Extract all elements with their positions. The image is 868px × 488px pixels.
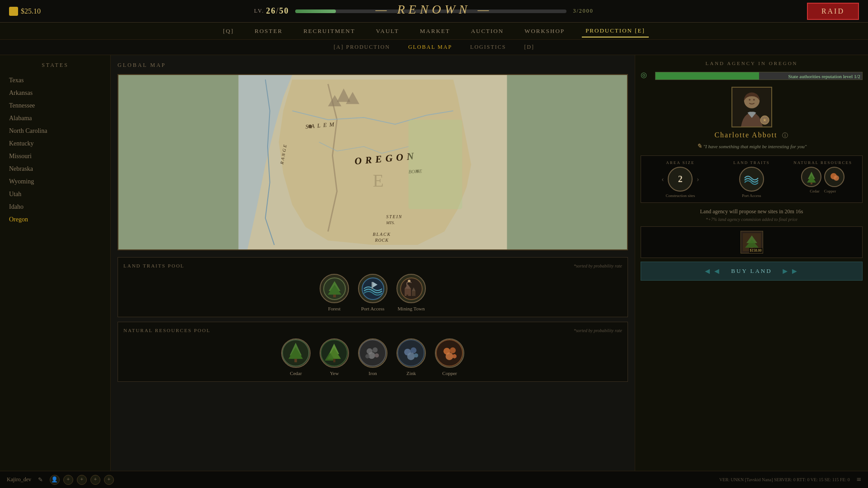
sub-nav-global-map[interactable]: GLOBAL MAP xyxy=(408,44,452,51)
svg-text:★: ★ xyxy=(763,117,767,122)
gold-value: $25.10 xyxy=(21,7,41,15)
resource-yew-icon xyxy=(320,338,349,368)
resource-cedar-label: Cedar xyxy=(290,371,302,376)
center-panel: Global Map SALEM OREGON BOISE xyxy=(111,55,635,488)
bottom-icons: 👤 + + + + xyxy=(50,475,114,485)
land-traits-stat-title: Land Traits xyxy=(733,160,770,165)
svg-text:MTS.: MTS. xyxy=(386,221,395,225)
sidebar-item-idaho[interactable]: Idaho xyxy=(0,201,110,213)
map-svg: SALEM OREGON BOISE RANGE E BLACK ROCK xyxy=(118,75,627,249)
natural-resources-labels: Cedar Copper xyxy=(810,189,836,193)
sidebar-item-utah[interactable]: Utah xyxy=(0,188,110,201)
svg-point-28 xyxy=(408,280,410,282)
sidebar-item-texas[interactable]: Texas xyxy=(0,74,110,87)
area-size-value: 2 xyxy=(678,174,683,184)
nav-item-roster[interactable]: ROSTER xyxy=(251,25,286,37)
land-traits-stat-label: Port Access xyxy=(742,193,761,198)
sub-nav: [A] PRODUCTION GLOBAL MAP LOGISTICS [D] xyxy=(0,40,868,55)
sub-nav-d[interactable]: [D] xyxy=(524,44,534,51)
nav-item-market[interactable]: MARKET xyxy=(416,25,454,37)
trait-port-access: Port Access xyxy=(358,274,387,311)
svg-text:E: E xyxy=(373,171,393,191)
resource-iron: Iron xyxy=(358,338,387,376)
version-text: VER: UNKN [Tavskid Nana] SERVER: 0 RTT: … xyxy=(719,477,850,482)
right-panel-title: Land Agency in Oregon xyxy=(641,61,863,66)
right-arrow: › xyxy=(697,175,699,183)
plus-icon-4[interactable]: + xyxy=(104,475,114,485)
rep-icon: ◎ xyxy=(641,70,651,81)
sidebar-title: States xyxy=(0,62,110,69)
sidebar-item-alabama[interactable]: Alabama xyxy=(0,112,110,125)
sidebar-item-arkansas[interactable]: Arkansas xyxy=(0,87,110,99)
nav-item-recruitment[interactable]: RECRUITMENT xyxy=(300,25,359,37)
resource-iron-icon xyxy=(358,338,387,368)
hamburger-menu[interactable]: ≡ xyxy=(857,475,861,484)
copper-stat-label: Copper xyxy=(824,189,836,193)
sub-nav-production[interactable]: [A] PRODUCTION xyxy=(334,44,390,51)
land-preview-item: $158.00 xyxy=(741,231,763,253)
resource-cedar-icon xyxy=(281,338,311,368)
svg-point-58 xyxy=(753,99,755,101)
resource-zink: Zink xyxy=(396,338,426,376)
buy-land-button[interactable]: ◄◄ BUY LAND ►► xyxy=(641,262,863,281)
resources-pool-header: Natural Resources Pool *sorted by probab… xyxy=(123,328,622,333)
resource-zink-icon xyxy=(396,338,426,368)
nav-item-workshop[interactable]: WORKSHOP xyxy=(521,25,568,37)
natural-resources-pool: Natural Resources Pool *sorted by probab… xyxy=(118,322,628,382)
sidebar-item-kentucky[interactable]: Kentucky xyxy=(0,137,110,150)
svg-text:STEIN: STEIN xyxy=(386,214,402,219)
sidebar-item-tennessee[interactable]: Tennessee xyxy=(0,99,110,112)
svg-point-47 xyxy=(410,347,416,353)
svg-point-5 xyxy=(308,125,312,128)
land-preview: $158.00 xyxy=(641,226,863,258)
svg-text:BLACK: BLACK xyxy=(373,232,392,237)
land-traits-sort: *sorted by probability rate xyxy=(574,263,622,268)
natural-resources-items: Cedar Yew xyxy=(123,338,622,376)
sidebar-item-oregon[interactable]: Oregon xyxy=(0,213,110,226)
plus-icon-2[interactable]: + xyxy=(77,475,87,485)
resources-sort: *sorted by probability rate xyxy=(574,328,622,333)
portrait-icon[interactable]: 👤 xyxy=(50,475,60,485)
plus-icon-1[interactable]: + xyxy=(63,475,73,485)
trait-port-access-label: Port Access xyxy=(361,306,385,311)
natural-resources-stat-title: Natural Resources xyxy=(793,160,852,165)
nav-item-vault[interactable]: VAULT xyxy=(373,25,403,37)
sidebar-item-nebraska[interactable]: Nebraska xyxy=(0,163,110,175)
buy-left-arrow: ◄◄ xyxy=(703,267,722,276)
stats-grid: Area Size ‹ 2 › Construction sites Land … xyxy=(641,155,863,203)
svg-point-54 xyxy=(453,354,457,358)
svg-rect-29 xyxy=(406,295,408,296)
stat-land-traits: Land Traits Port Access xyxy=(717,160,787,198)
svg-point-48 xyxy=(407,352,415,360)
sub-nav-logistics[interactable]: LOGISTICS xyxy=(470,44,506,51)
sidebar-item-missouri[interactable]: Missouri xyxy=(0,150,110,163)
plus-icon-3[interactable]: + xyxy=(90,475,100,485)
xp-bar-fill xyxy=(295,9,336,13)
buy-land-label: BUY LAND xyxy=(731,267,772,275)
svg-point-53 xyxy=(446,352,453,360)
agent-info-icon[interactable]: ⓘ xyxy=(782,132,789,139)
bottom-bar: Kajiro_dev ✎ 👤 + + + + VER: UNKN [Tavski… xyxy=(0,471,868,488)
resource-iron-label: Iron xyxy=(368,371,377,376)
nav-bar: [Q] ROSTER RECRUITMENT VAULT MARKET AUCT… xyxy=(0,23,868,40)
raid-button[interactable]: RAID xyxy=(807,3,859,20)
trait-forest-label: Forest xyxy=(328,306,341,311)
game-title: — RENOWN — xyxy=(376,2,493,17)
sidebar: States Texas Arkansas Tennessee Alabama … xyxy=(0,55,111,488)
global-map[interactable]: SALEM OREGON BOISE RANGE E BLACK ROCK xyxy=(118,74,628,250)
nav-item-auction[interactable]: AUCTION xyxy=(467,25,508,37)
resource-copper: Copper xyxy=(435,338,464,376)
svg-rect-19 xyxy=(333,295,336,297)
agent-name: Charlotte Abbott ⓘ xyxy=(714,131,788,140)
edit-icon[interactable]: ✎ xyxy=(38,476,43,483)
sidebar-item-north-carolina[interactable]: North Carolina xyxy=(0,125,110,137)
nav-item-q[interactable]: [Q] xyxy=(219,25,237,37)
sidebar-item-wyoming[interactable]: Wyoming xyxy=(0,175,110,188)
trait-forest-icon xyxy=(320,274,349,303)
trait-mining-town-label: Mining Town xyxy=(398,306,425,311)
area-size-icon: ‹ 2 › xyxy=(668,167,693,192)
top-bar: $25.10 LV. 26/50 3/2000 — RENOWN — RAID xyxy=(0,0,868,23)
nav-item-production[interactable]: PRODUCTION [E] xyxy=(582,25,649,38)
resource-copper-label: Copper xyxy=(442,371,457,376)
resource-yew: Yew xyxy=(320,338,349,376)
